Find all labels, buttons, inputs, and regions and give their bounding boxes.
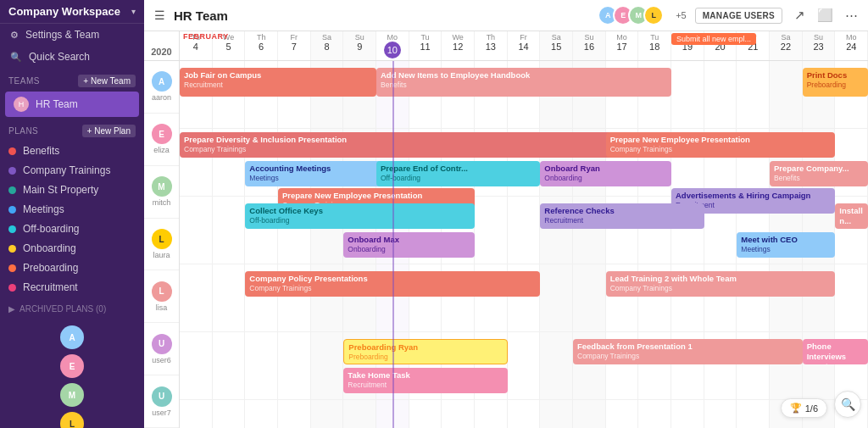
archived-plans-header[interactable]: ▶ ARCHIVED PLANS (0): [0, 297, 144, 317]
submit-banner[interactable]: Submit all new empl...: [671, 33, 756, 45]
avatar[interactable]: M: [60, 383, 84, 407]
grid-cell: [704, 400, 737, 428]
grid-cell: [737, 400, 770, 428]
grid-cell: [278, 332, 311, 399]
calendar-event[interactable]: Reference ChecksRecruitment: [540, 203, 704, 229]
avatar: L: [643, 5, 664, 25]
search-badge[interactable]: 🔍: [834, 391, 861, 418]
day-column: Th6: [245, 31, 278, 60]
new-team-button[interactable]: + New Team: [78, 75, 136, 87]
grid-cell: [835, 264, 868, 331]
grid-cell: [180, 197, 213, 264]
calendar-event[interactable]: Add New Items to Employee HandbookBenefi…: [376, 68, 671, 97]
settings-label: Settings & Team: [25, 29, 99, 41]
user-row-label: Mmitch: [144, 166, 179, 219]
trophy-count: 1/6: [805, 403, 818, 414]
calendar-event[interactable]: Onboard MaxOnboarding: [343, 232, 475, 258]
team-name: HR Team: [36, 98, 78, 110]
calendar-event[interactable]: Prepare Diversity & Inclusion Presentati…: [180, 132, 671, 158]
grid-cell: [770, 61, 803, 128]
grid-cell: [278, 400, 311, 428]
share-icon[interactable]: ↗: [794, 8, 805, 23]
grid-row: [180, 400, 868, 428]
day-column: Tu4: [180, 31, 213, 60]
day-column: We12: [442, 31, 475, 60]
trophy-icon: 🏆: [790, 403, 802, 414]
grid-row: Company Policy PresentationsCompany Trai…: [180, 264, 868, 332]
day-column: We5: [213, 31, 246, 60]
day-column: Sa22: [770, 31, 803, 60]
calendar-event[interactable]: Feedback from Presentation 1Company Trai…: [573, 339, 803, 364]
calendar-event[interactable]: Preboarding RyanPreboarding: [343, 339, 507, 364]
grid-cell: [508, 400, 541, 428]
calendar-event[interactable]: Phone InterviewsRecruitment: [803, 339, 868, 364]
day-column: Tu18: [638, 31, 671, 60]
chevron-right-icon: ▶: [8, 304, 15, 314]
sidebar-header[interactable]: Company Workspace ▾: [0, 0, 144, 24]
topbar: ☰ HR Team A E M L +5 MANAGE USERS ↗ ⬜ ⋯: [144, 0, 868, 31]
trophy-badge[interactable]: 🏆 1/6: [781, 398, 827, 418]
more-icon[interactable]: ⋯: [845, 8, 858, 23]
grid-cell: [343, 400, 376, 428]
grid-cell: [606, 400, 639, 428]
sidebar-plan-item[interactable]: Preboarding: [0, 258, 144, 277]
grid-row: Preboarding RyanPreboardingFeedback from…: [180, 332, 868, 400]
sidebar-plan-item[interactable]: Meetings: [0, 200, 144, 219]
calendar-event[interactable]: Collect Office KeysOff-boarding: [245, 203, 475, 229]
sidebar-plan-item[interactable]: Off-boarding: [0, 220, 144, 238]
manage-users-button[interactable]: MANAGE USERS: [695, 8, 782, 24]
settings-team-link[interactable]: ⚙ Settings & Team: [0, 24, 144, 46]
calendar-event[interactable]: Prepare End of Contr...Off-boarding: [376, 161, 540, 186]
grid-cell: [737, 61, 770, 128]
grid-row: Prepare Diversity & Inclusion Presentati…: [180, 129, 868, 197]
user-row-label: Llaura: [144, 219, 179, 271]
calendar-event[interactable]: Lead Training 2 with Whole TeamCompany T…: [606, 271, 836, 297]
sidebar-user-avatars: A E M L L +: [0, 317, 144, 428]
year-label: 2020: [144, 31, 180, 60]
calendar: 2020 FEBRUARYTu4We5Th6Fr7Sa8Su9Mo10Tu11W…: [144, 31, 868, 428]
calendar-event[interactable]: Onboard RyanOnboarding: [540, 161, 671, 186]
calendar-event[interactable]: Meet with CEOMeetings: [737, 232, 835, 258]
grid-row: Job Fair on CampusRecruitmentAdd New Ite…: [180, 61, 868, 129]
grid-cell: [638, 400, 671, 428]
new-plan-button[interactable]: + New Plan: [82, 125, 136, 137]
grid-cell: [573, 400, 606, 428]
quick-search-link[interactable]: 🔍 Quick Search: [0, 46, 144, 68]
sidebar-plan-item[interactable]: Company Trainings: [0, 161, 144, 180]
grid-cell: [573, 264, 606, 331]
grid-cell: [213, 332, 246, 399]
calendar-event[interactable]: Job Fair on CampusRecruitment: [180, 68, 376, 97]
view-icon[interactable]: ⬜: [817, 8, 833, 23]
day-column: Mo17: [606, 31, 639, 60]
workspace-name: Company Workspace: [8, 5, 126, 18]
calendar-event[interactable]: Print DocsPreboarding: [803, 68, 868, 97]
calendar-event[interactable]: Install n...Comp...: [835, 203, 868, 229]
grid-cell: [540, 400, 573, 428]
sidebar-plan-item[interactable]: Benefits: [0, 142, 144, 160]
sidebar-plan-item[interactable]: Recruitment: [0, 278, 144, 297]
day-column: Mo10: [376, 31, 409, 60]
day-column: Sa8: [311, 31, 344, 60]
calendar-event[interactable]: Prepare New Employee PresentationCompany…: [606, 132, 836, 158]
grid-cell: [180, 332, 213, 399]
sidebar-plan-item[interactable]: Onboarding: [0, 239, 144, 258]
avatar[interactable]: A: [60, 325, 84, 349]
teams-section-header: TEAMS + New Team: [0, 68, 144, 91]
chevron-down-icon: ▾: [131, 7, 136, 16]
avatar[interactable]: L: [60, 412, 84, 428]
avatar-count: +5: [676, 10, 687, 20]
plans-list: BenefitsCompany TrainingsMain St Propert…: [0, 141, 144, 297]
grid-cell: [311, 400, 344, 428]
grid-cell: [540, 332, 573, 399]
calendar-event[interactable]: Take Home TaskRecruitment: [343, 368, 507, 393]
menu-icon[interactable]: ☰: [154, 8, 165, 22]
calendar-event[interactable]: Prepare Company...Benefits: [770, 161, 868, 186]
grid-cell: [508, 332, 541, 399]
user-row-label: Eeliza: [144, 114, 179, 166]
sidebar-item-hr-team[interactable]: H HR Team: [5, 92, 139, 117]
sidebar-plan-item[interactable]: Main St Property: [0, 181, 144, 199]
avatar[interactable]: E: [60, 354, 84, 378]
user-row-label: Uuser7: [144, 375, 179, 428]
grid-cell: [704, 61, 737, 128]
grid-cell: [180, 264, 213, 331]
